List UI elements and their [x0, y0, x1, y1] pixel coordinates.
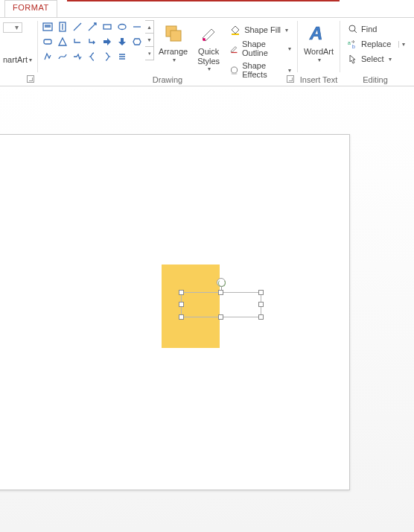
ribbon: ▾ nartArt ▾ — [0, 18, 414, 86]
shape-curve[interactable] — [56, 50, 69, 63]
shape-line[interactable] — [71, 20, 84, 34]
dialog-launcher-icon[interactable] — [27, 75, 34, 83]
svg-text:A: A — [309, 23, 322, 43]
shape-rounded-rect[interactable] — [41, 35, 54, 48]
svg-rect-9 — [232, 52, 238, 53]
group-fragment: ▾ nartArt ▾ — [0, 18, 37, 86]
gallery-more-icon[interactable]: ▾ — [145, 47, 154, 60]
dialog-launcher-icon[interactable] — [287, 75, 294, 83]
resize-handle-t[interactable] — [218, 290, 223, 295]
gallery-up-icon[interactable]: ▲ — [145, 20, 154, 34]
shape-outline-label: Shape Outline — [242, 39, 284, 57]
find-label: Find — [361, 25, 377, 34]
shape-textbox[interactable] — [41, 20, 54, 34]
wordart-icon: A — [307, 22, 331, 45]
effects-icon — [229, 64, 239, 76]
shape-right-arrow[interactable] — [101, 35, 114, 48]
svg-point-3 — [118, 25, 126, 30]
group-label-editing: Editing — [340, 75, 410, 84]
chevron-down-icon: ▾ — [288, 67, 291, 74]
replace-icon: ab — [348, 39, 358, 49]
svg-point-7 — [203, 38, 206, 41]
bucket-icon — [229, 24, 241, 36]
chevron-down-icon: ▾ — [285, 27, 288, 34]
select-label: Select — [361, 54, 384, 63]
selected-textbox[interactable] — [181, 292, 261, 317]
svg-point-13 — [349, 25, 355, 31]
cursor-icon — [348, 54, 358, 64]
smartart-button[interactable]: nartArt — [3, 55, 28, 64]
select-button[interactable]: Select▾ — [345, 52, 408, 66]
svg-rect-8 — [232, 34, 239, 35]
shape-vertical-textbox[interactable] — [56, 20, 69, 34]
shape-oval[interactable] — [115, 20, 129, 34]
chevron-down-icon: ▾ — [208, 66, 211, 72]
resize-handle-r[interactable] — [258, 302, 264, 307]
svg-text:b: b — [352, 44, 355, 49]
shape-connector[interactable] — [71, 50, 84, 63]
chevron-down-icon: ▾ — [173, 57, 176, 63]
resize-handle-b[interactable] — [218, 314, 223, 320]
arrange-icon — [162, 22, 185, 45]
chevron-down-icon: ▾ — [389, 56, 392, 63]
shape-hexagon[interactable] — [130, 35, 144, 48]
resize-handle-l[interactable] — [179, 302, 184, 307]
group-editing: Find ab Replace ▾ Select▾ Editing — [340, 18, 410, 86]
pencil-icon — [229, 42, 239, 54]
resize-handle-br[interactable] — [258, 314, 264, 320]
shape-fill-label: Shape Fill — [244, 25, 281, 34]
shape-down-arrow[interactable] — [115, 35, 129, 48]
arrange-label: Arrange — [159, 47, 188, 57]
shape-left-brace[interactable] — [86, 50, 99, 63]
shape-elbow[interactable] — [71, 35, 84, 48]
group-label-drawing: Drawing — [38, 75, 297, 84]
svg-text:a: a — [348, 40, 351, 45]
generic-dropdown[interactable]: ▾ — [3, 22, 22, 33]
shape-arrow-line[interactable] — [86, 20, 99, 34]
shape-line2[interactable] — [130, 20, 144, 34]
chevron-down-icon: ▾ — [29, 57, 32, 63]
shape-scribble[interactable] — [115, 50, 129, 63]
svg-point-11 — [232, 73, 238, 75]
group-label-insert-text: Insert Text — [298, 75, 340, 84]
svg-rect-4 — [44, 39, 51, 44]
resize-handle-tr[interactable] — [258, 290, 264, 295]
ribbon-tabstrip: FORMAT — [0, 0, 414, 18]
shape-right-brace[interactable] — [101, 50, 114, 63]
workspace[interactable] — [0, 86, 414, 532]
chevron-down-icon[interactable]: ▾ — [398, 41, 405, 48]
shape-freeform[interactable] — [41, 50, 54, 63]
shape-elbow-arrow[interactable] — [86, 35, 99, 48]
resize-handle-bl[interactable] — [179, 314, 184, 320]
replace-label: Replace — [361, 39, 391, 48]
document-page[interactable] — [0, 134, 350, 490]
search-icon — [348, 24, 358, 34]
chevron-down-icon: ▾ — [288, 45, 291, 52]
quick-styles-label: Quick Styles — [197, 47, 220, 66]
svg-rect-6 — [171, 31, 181, 41]
group-insert-text: A WordArt ▾ Insert Text — [298, 18, 340, 86]
svg-rect-2 — [104, 25, 111, 29]
shape-fill-button[interactable]: Shape Fill▾ — [226, 23, 294, 37]
gallery-down-icon[interactable]: ▼ — [145, 34, 154, 47]
group-drawing: ▲ ▼ ▾ Arrange ▾ Quick Styles ▾ Shap — [38, 18, 297, 86]
shape-rectangle[interactable] — [101, 20, 114, 34]
shape-triangle[interactable] — [56, 35, 69, 48]
resize-handle-tl[interactable] — [179, 290, 184, 295]
tab-format[interactable]: FORMAT — [4, 0, 57, 17]
svg-point-10 — [232, 67, 238, 73]
shape-outline-button[interactable]: Shape Outline▾ — [226, 39, 294, 58]
chevron-down-icon: ▾ — [318, 57, 321, 63]
replace-button[interactable]: ab Replace ▾ — [345, 37, 408, 51]
find-button[interactable]: Find — [345, 22, 408, 36]
wordart-label: WordArt — [304, 47, 334, 57]
quick-styles-icon — [197, 22, 220, 45]
